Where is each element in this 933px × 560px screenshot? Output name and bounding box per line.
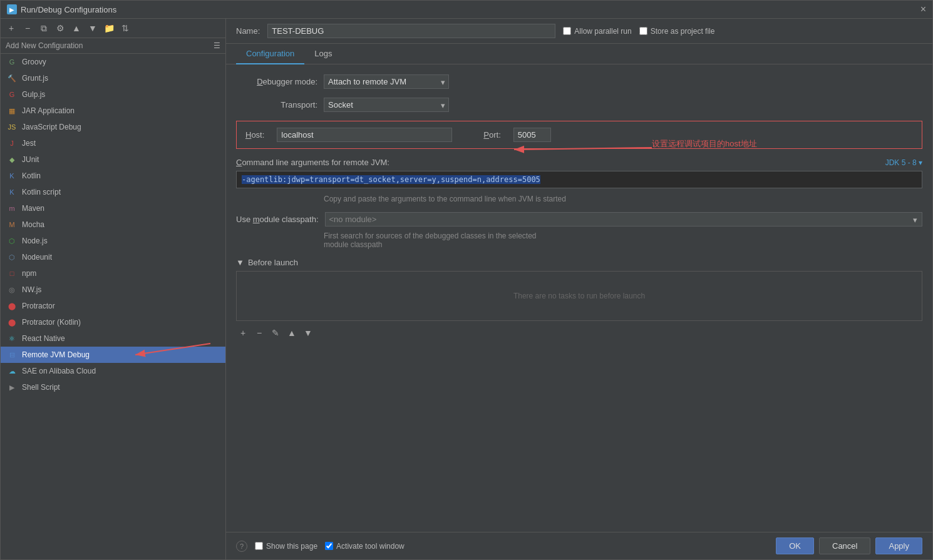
help-button[interactable]: ? bbox=[236, 541, 247, 552]
run-debug-dialog: ▶ Run/Debug Configurations × + − ⧉ ⚙ ▲ ▼… bbox=[0, 0, 933, 560]
sidebar-item-label-nodeunit: Nodeunit bbox=[22, 253, 52, 262]
sidebar-item-kotlin[interactable]: KKotlin bbox=[1, 168, 225, 184]
before-launch-title[interactable]: ▼ Before launch bbox=[236, 258, 922, 267]
sidebar-item-mocha[interactable]: MMocha bbox=[1, 216, 225, 233]
sidebar-item-label-jar: JAR Application bbox=[22, 106, 75, 115]
sidebar-item-react[interactable]: ⚛React Native bbox=[1, 330, 225, 347]
no-tasks-text: There are no tasks to run before launch bbox=[513, 292, 645, 300]
sidebar-item-nwjs[interactable]: ◎NW.js bbox=[1, 282, 225, 298]
sidebar-item-gulpjs[interactable]: GGulp.js bbox=[1, 86, 225, 103]
jar-icon: ▦ bbox=[7, 106, 17, 116]
add-new-config-row: Add New Configuration ☰ bbox=[1, 38, 225, 54]
sidebar-item-label-nwjs: NW.js bbox=[22, 285, 41, 294]
cmd-args-label: Command line arguments for remote JVM: bbox=[236, 158, 389, 167]
gulpjs-icon: G bbox=[7, 89, 17, 99]
name-input[interactable] bbox=[267, 24, 555, 38]
store-as-project-checkbox[interactable] bbox=[639, 27, 647, 35]
transport-label: Transport: bbox=[236, 100, 317, 109]
close-button[interactable]: × bbox=[920, 4, 926, 14]
sidebar-item-label-gulpjs: Gulp.js bbox=[22, 90, 45, 99]
jdk-link[interactable]: JDK 5 - 8 ▾ bbox=[885, 158, 922, 167]
sidebar-item-label-maven: Maven bbox=[22, 204, 44, 213]
copy-config-button[interactable]: ⧉ bbox=[37, 21, 51, 35]
name-label: Name: bbox=[236, 26, 260, 36]
move-up-button[interactable]: ▲ bbox=[70, 21, 83, 35]
store-as-project-label: Store as project file bbox=[639, 27, 715, 36]
module-select-wrapper: <no module> bbox=[325, 212, 922, 227]
move-down-button[interactable]: ▼ bbox=[86, 21, 100, 35]
sidebar-item-nodejs[interactable]: ⬡Node.js bbox=[1, 233, 225, 249]
junit-icon: ◆ bbox=[7, 155, 17, 165]
sidebar-item-label-npm: npm bbox=[22, 269, 36, 278]
activate-tool-label: Activate tool window bbox=[325, 542, 405, 551]
right-panel: Name: Allow parallel run Store as projec… bbox=[226, 19, 932, 559]
add-new-config-label: Add New Configuration bbox=[6, 41, 83, 50]
before-launch-section: ▼ Before launch There are no tasks to ru… bbox=[236, 258, 922, 340]
tab-logs[interactable]: Logs bbox=[304, 44, 342, 64]
host-input[interactable] bbox=[277, 128, 452, 142]
activate-tool-checkbox[interactable] bbox=[325, 542, 333, 550]
before-launch-remove[interactable]: − bbox=[252, 326, 266, 340]
jest-icon: J bbox=[7, 138, 17, 148]
nodejs-icon: ⬡ bbox=[7, 236, 17, 246]
sidebar-item-jest[interactable]: JJest bbox=[1, 135, 225, 151]
sidebar-item-junit[interactable]: ◆JUnit bbox=[1, 151, 225, 168]
host-label: Host: bbox=[245, 130, 264, 140]
gruntjs-icon: 🔨 bbox=[7, 73, 17, 83]
sidebar-item-jsdebug[interactable]: JSJavaScript Debug bbox=[1, 119, 225, 135]
apply-button[interactable]: Apply bbox=[875, 537, 922, 554]
before-launch-down[interactable]: ▼ bbox=[301, 326, 315, 340]
sidebar-item-remote[interactable]: ⊟Remote JVM Debug bbox=[1, 347, 225, 363]
pin-icon: ☰ bbox=[214, 41, 220, 50]
host-port-box: Host: Port: bbox=[236, 121, 922, 149]
sidebar-item-label-remote: Remote JVM Debug bbox=[22, 350, 90, 359]
port-input[interactable] bbox=[513, 128, 551, 142]
cancel-button[interactable]: Cancel bbox=[819, 537, 870, 554]
remote-icon: ⊟ bbox=[7, 350, 17, 360]
module-classpath-select[interactable]: <no module> bbox=[325, 212, 922, 227]
sidebar-item-label-groovy: Groovy bbox=[22, 58, 46, 66]
sidebar-list[interactable]: GGroovy🔨Grunt.jsGGulp.js▦JAR Application… bbox=[1, 54, 225, 559]
nodeunit-icon: ⬡ bbox=[7, 252, 17, 262]
before-launch-add[interactable]: + bbox=[236, 326, 250, 340]
allow-parallel-checkbox[interactable] bbox=[563, 27, 571, 35]
add-config-button[interactable]: + bbox=[4, 21, 18, 35]
tab-configuration[interactable]: Configuration bbox=[236, 44, 304, 64]
sidebar-item-protractor[interactable]: ⬤Protractor bbox=[1, 298, 225, 314]
sidebar-item-gruntjs[interactable]: 🔨Grunt.js bbox=[1, 70, 225, 86]
module-classpath-row: Use module classpath: <no module> bbox=[236, 212, 922, 227]
maven-icon: m bbox=[7, 203, 17, 213]
before-launch-area: There are no tasks to run before launch bbox=[236, 271, 922, 321]
remove-config-button[interactable]: − bbox=[21, 21, 34, 35]
module-classpath-label: Use module classpath: bbox=[236, 215, 319, 224]
sidebar-item-maven[interactable]: mMaven bbox=[1, 200, 225, 216]
protractor-icon: ⬤ bbox=[7, 301, 17, 311]
bottom-buttons: OK Cancel Apply bbox=[776, 537, 922, 554]
sidebar-item-kotlinscript[interactable]: KKotlin script bbox=[1, 184, 225, 200]
sidebar-item-label-gruntjs: Grunt.js bbox=[22, 74, 48, 83]
transport-select[interactable]: Socket Shared memory bbox=[324, 98, 449, 112]
sidebar-item-label-jsdebug: JavaScript Debug bbox=[22, 123, 81, 131]
sidebar-item-npm[interactable]: □npm bbox=[1, 265, 225, 282]
show-page-checkbox[interactable] bbox=[255, 542, 263, 550]
sidebar-item-protractork[interactable]: ⬤Protractor (Kotlin) bbox=[1, 314, 225, 330]
sort-button[interactable]: ⇅ bbox=[118, 21, 132, 35]
sidebar-item-nodeunit[interactable]: ⬡Nodeunit bbox=[1, 249, 225, 265]
ok-button[interactable]: OK bbox=[776, 537, 814, 554]
dialog-title: Run/Debug Configurations bbox=[21, 5, 116, 14]
sidebar-item-shell[interactable]: ▶Shell Script bbox=[1, 379, 225, 395]
sidebar-item-label-shell: Shell Script bbox=[22, 383, 60, 392]
before-launch-edit[interactable]: ✎ bbox=[269, 326, 282, 340]
sidebar-item-groovy[interactable]: GGroovy bbox=[1, 54, 225, 70]
kotlin-icon: K bbox=[7, 171, 17, 181]
debugger-mode-select[interactable]: Attach to remote JVM Listen to remote JV… bbox=[324, 74, 449, 89]
sidebar-toolbar: + − ⧉ ⚙ ▲ ▼ 📁 ⇅ bbox=[1, 19, 225, 38]
title-bar: ▶ Run/Debug Configurations × bbox=[1, 1, 932, 19]
folder-button[interactable]: 📁 bbox=[102, 21, 116, 35]
before-launch-up[interactable]: ▲ bbox=[285, 326, 299, 340]
sidebar-item-label-kotlinscript: Kotlin script bbox=[22, 188, 61, 196]
settings-config-button[interactable]: ⚙ bbox=[53, 21, 67, 35]
sidebar-item-jar[interactable]: ▦JAR Application bbox=[1, 103, 225, 119]
sidebar-item-sae[interactable]: ☁SAE on Alibaba Cloud bbox=[1, 363, 225, 379]
show-page-label: Show this page bbox=[255, 542, 317, 551]
